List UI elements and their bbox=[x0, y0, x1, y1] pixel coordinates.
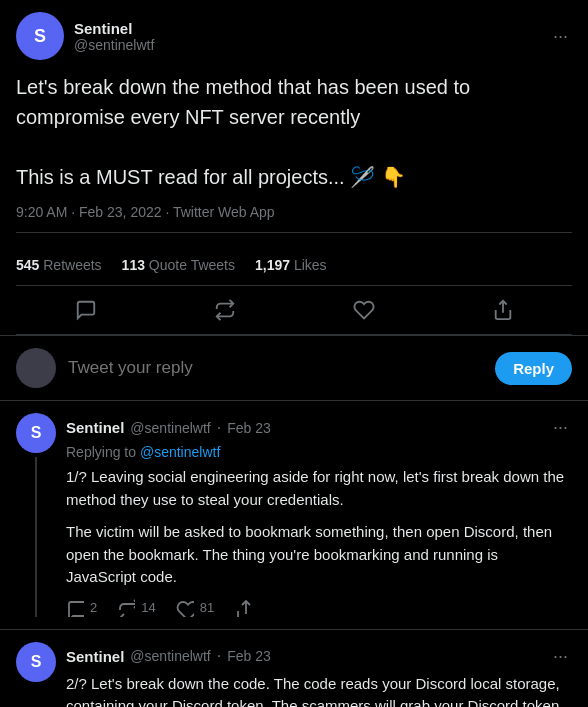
likes-stat[interactable]: 1,197 Likes bbox=[255, 257, 327, 273]
retweet-icon-1 bbox=[117, 599, 135, 617]
thread-comment-count-1: 2 bbox=[90, 600, 97, 615]
tweet-line1: Let's break down the method that has bee… bbox=[16, 72, 572, 132]
reply-avatar bbox=[16, 348, 56, 388]
thread-retweet-1[interactable]: 14 bbox=[117, 599, 155, 617]
like-icon bbox=[353, 299, 375, 321]
comment-icon bbox=[75, 299, 97, 321]
comment-button[interactable] bbox=[66, 290, 106, 330]
thread-avatar-2[interactable]: S bbox=[16, 642, 56, 682]
thread-left-2: S bbox=[16, 642, 56, 708]
thread-share-1[interactable] bbox=[234, 599, 252, 617]
share-icon bbox=[492, 299, 514, 321]
thread-date-1: Feb 23 bbox=[227, 420, 271, 436]
stats-row: 545 Retweets 113 Quote Tweets 1,197 Like… bbox=[16, 245, 572, 286]
tweet-body: Let's break down the method that has bee… bbox=[16, 72, 572, 192]
retweet-icon bbox=[214, 299, 236, 321]
avatar[interactable]: S bbox=[16, 12, 64, 60]
author-row: S Sentinel @sentinelwtf ··· bbox=[16, 12, 572, 60]
thread-tweet-1: S Sentinel @sentinelwtf · Feb 23 ··· Rep… bbox=[0, 401, 588, 630]
thread-content-1: Sentinel @sentinelwtf · Feb 23 ··· Reply… bbox=[66, 413, 572, 617]
thread-retweet-count-1: 14 bbox=[141, 600, 155, 615]
like-button[interactable] bbox=[344, 290, 384, 330]
main-tweet: S Sentinel @sentinelwtf ··· Let's break … bbox=[0, 0, 588, 336]
thread-author-handle-2[interactable]: @sentinelwtf bbox=[130, 648, 210, 664]
retweets-stat[interactable]: 545 Retweets bbox=[16, 257, 102, 273]
author-left: S Sentinel @sentinelwtf bbox=[16, 12, 154, 60]
thread-text-1b: The victim will be asked to bookmark som… bbox=[66, 521, 572, 589]
actions-row bbox=[16, 286, 572, 335]
thread-comment-1[interactable]: 2 bbox=[66, 599, 97, 617]
thread-header-2: Sentinel @sentinelwtf · Feb 23 ··· bbox=[66, 642, 572, 671]
share-icon-1 bbox=[234, 599, 252, 617]
thread-like-1[interactable]: 81 bbox=[176, 599, 214, 617]
thread-left-1: S bbox=[16, 413, 56, 617]
reply-input[interactable] bbox=[68, 358, 483, 378]
thread-author-row-2: Sentinel @sentinelwtf · Feb 23 bbox=[66, 647, 271, 665]
replying-to-handle-1[interactable]: @sentinelwtf bbox=[140, 444, 220, 460]
author-handle[interactable]: @sentinelwtf bbox=[74, 37, 154, 53]
comment-icon-1 bbox=[66, 599, 84, 617]
author-name[interactable]: Sentinel bbox=[74, 20, 154, 37]
like-icon-1 bbox=[176, 599, 194, 617]
thread-more-icon-1[interactable]: ··· bbox=[549, 413, 572, 442]
tweet-meta: 9:20 AM · Feb 23, 2022 · Twitter Web App bbox=[16, 204, 572, 233]
replying-to-1: Replying to @sentinelwtf bbox=[66, 444, 572, 460]
dot-1: · bbox=[217, 419, 221, 437]
thread-author-name-2[interactable]: Sentinel bbox=[66, 648, 124, 665]
more-options-icon[interactable]: ··· bbox=[549, 22, 572, 51]
thread-more-icon-2[interactable]: ··· bbox=[549, 642, 572, 671]
thread-avatar-1[interactable]: S bbox=[16, 413, 56, 453]
thread-content-2: Sentinel @sentinelwtf · Feb 23 ··· 2/? L… bbox=[66, 642, 572, 708]
thread-line-1 bbox=[35, 457, 37, 617]
reply-box: Reply bbox=[0, 336, 588, 401]
thread-header-1: Sentinel @sentinelwtf · Feb 23 ··· bbox=[66, 413, 572, 442]
thread-like-count-1: 81 bbox=[200, 600, 214, 615]
thread-actions-1: 2 14 81 bbox=[66, 599, 572, 617]
thread-tweet-2: S Sentinel @sentinelwtf · Feb 23 ··· 2/?… bbox=[0, 630, 588, 708]
author-info: Sentinel @sentinelwtf bbox=[74, 20, 154, 53]
dot-2: · bbox=[217, 647, 221, 665]
reply-button[interactable]: Reply bbox=[495, 352, 572, 385]
thread-author-name-1[interactable]: Sentinel bbox=[66, 419, 124, 436]
thread-author-handle-1[interactable]: @sentinelwtf bbox=[130, 420, 210, 436]
thread-author-row-1: Sentinel @sentinelwtf · Feb 23 bbox=[66, 419, 271, 437]
share-button[interactable] bbox=[483, 290, 523, 330]
thread-text-1a: 1/? Leaving social engineering aside for… bbox=[66, 466, 572, 511]
retweet-button[interactable] bbox=[205, 290, 245, 330]
thread-date-2: Feb 23 bbox=[227, 648, 271, 664]
tweet-line2: This is a MUST read for all projects... … bbox=[16, 162, 572, 192]
quote-tweets-stat[interactable]: 113 Quote Tweets bbox=[122, 257, 235, 273]
thread-text-2a: 2/? Let's break down the code. The code … bbox=[66, 673, 572, 708]
